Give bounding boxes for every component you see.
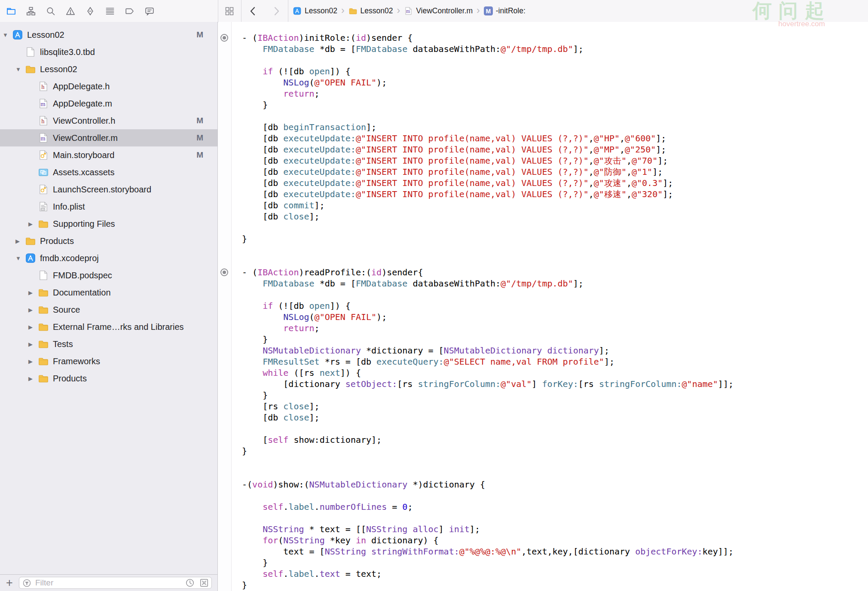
disclosure-triangle-open[interactable]: ▼ xyxy=(3,32,12,38)
code-line: if (![db open]) { xyxy=(242,300,868,311)
forward-button[interactable] xyxy=(271,6,282,17)
code-area[interactable]: - (IBAction)initRole:(id)sender { FMData… xyxy=(232,32,868,591)
sidebar-item-fmdb-podspec[interactable]: FMDB.podspec xyxy=(0,267,217,284)
filter-icon xyxy=(23,579,31,587)
breakpoint-gutter[interactable] xyxy=(218,22,232,591)
code-line: NSLog(@"OPEN FAIL"); xyxy=(242,311,868,323)
sidebar-item-launchscreen-storyboard[interactable]: LaunchScreen.storyboard xyxy=(0,181,217,198)
filter-input[interactable] xyxy=(34,578,180,588)
file-label: Products xyxy=(53,374,87,384)
method-icon: M xyxy=(484,6,493,15)
file-label: LaunchScreen.storyboard xyxy=(53,185,151,195)
breakpoint-marker[interactable] xyxy=(220,34,228,42)
sidebar-item-external-frame-rks-and-libraries[interactable]: ▶External Frame…rks and Libraries xyxy=(0,318,217,335)
code-line: [dictionary setObject:[rs stringForColum… xyxy=(242,378,868,390)
sidebar-item-main-storyboard[interactable]: Main.storyboardM xyxy=(0,146,217,164)
m-icon: m xyxy=(38,132,49,143)
sidebar-item-lesson02[interactable]: ▼Lesson02 xyxy=(0,61,217,78)
breadcrumb-segment[interactable]: mViewController.m xyxy=(404,6,473,15)
file-label: FMDB.podspec xyxy=(53,271,112,280)
breadcrumb-label: Lesson02 xyxy=(305,6,337,15)
sidebar-item-documentation[interactable]: ▶Documentation xyxy=(0,284,217,301)
source-editor[interactable]: - (IBAction)initRole:(id)sender { FMData… xyxy=(218,22,868,591)
sidebar-item-source[interactable]: ▶Source xyxy=(0,301,217,318)
code-line: [db executeUpdate:@"INSERT INTO profile(… xyxy=(242,133,868,144)
sidebar-item-info-plist[interactable]: PLISTInfo.plist xyxy=(0,198,217,215)
code-line xyxy=(242,512,868,524)
navigator-tab-search[interactable] xyxy=(46,6,56,16)
navigator-tab-debug[interactable] xyxy=(105,6,115,16)
file-label: Info.plist xyxy=(53,202,85,212)
sidebar-item-products[interactable]: ▶Products xyxy=(0,232,217,250)
sidebar-item-appdelegate-m[interactable]: mAppDelegate.m xyxy=(0,95,217,112)
code-line: FMDatabase *db = [FMDatabase databaseWit… xyxy=(242,278,868,289)
code-line: text = [NSString stringWithFormat:@"%@%@… xyxy=(242,546,868,557)
breadcrumb-label: ViewController.m xyxy=(416,6,473,15)
disclosure-triangle-closed[interactable]: ▶ xyxy=(15,238,25,244)
code-line: NSString * text = [[NSString alloc] init… xyxy=(242,524,868,535)
recent-files-icon[interactable] xyxy=(185,578,195,588)
disclosure-triangle-closed[interactable]: ▶ xyxy=(28,324,38,330)
file-label: Source xyxy=(53,305,80,315)
code-line: } xyxy=(242,99,868,110)
navigator-tab-breakpoints[interactable] xyxy=(125,6,135,16)
sidebar-item-libsqlite3-0-tbd[interactable]: libsqlite3.0.tbd xyxy=(0,43,217,61)
code-line: if (![db open]) { xyxy=(242,66,868,77)
breadcrumb-label: -initRole: xyxy=(496,6,526,15)
sidebar-item-assets-xcassets[interactable]: Assets.xcassets xyxy=(0,164,217,181)
folder-icon xyxy=(38,304,49,315)
source-control-status-icon[interactable] xyxy=(199,578,209,588)
file-label: ViewController.h xyxy=(53,116,115,126)
back-button[interactable] xyxy=(248,6,259,17)
file-label: External Frame…rks and Libraries xyxy=(53,322,184,332)
disclosure-triangle-closed[interactable]: ▶ xyxy=(28,221,38,227)
code-line: return; xyxy=(242,323,868,334)
file-label: Products xyxy=(40,236,74,246)
breadcrumb-segment[interactable]: Lesson02 xyxy=(348,6,393,15)
file-label: libsqlite3.0.tbd xyxy=(40,47,95,57)
navigator-tab-issues[interactable] xyxy=(65,6,76,16)
disclosure-triangle-open[interactable]: ▼ xyxy=(15,255,25,262)
disclosure-triangle-open[interactable]: ▼ xyxy=(15,66,25,73)
code-line: while ([rs next]) { xyxy=(242,367,868,378)
navigator-tab-tests[interactable] xyxy=(85,6,95,16)
file-label: AppDelegate.h xyxy=(53,82,110,91)
filter-field[interactable] xyxy=(19,577,212,589)
disclosure-triangle-closed[interactable]: ▶ xyxy=(28,341,38,347)
code-line xyxy=(242,423,868,434)
disclosure-triangle-closed[interactable]: ▶ xyxy=(28,358,38,365)
code-line xyxy=(242,457,868,468)
breadcrumb-separator: › xyxy=(397,5,400,16)
code-line: NSMutableDictionary *dictionary = [NSMut… xyxy=(242,345,868,356)
sidebar-item-viewcontroller-h[interactable]: hViewController.hM xyxy=(0,112,217,129)
disclosure-triangle-closed[interactable]: ▶ xyxy=(28,289,38,296)
code-line: } xyxy=(242,390,868,401)
folder-icon xyxy=(38,356,49,367)
svg-text:PLIST: PLIST xyxy=(41,209,45,210)
sidebar-item-supporting-files[interactable]: ▶Supporting Files xyxy=(0,215,217,232)
disclosure-triangle-closed[interactable]: ▶ xyxy=(28,307,38,313)
sidebar-item-fmdb-xcodeproj[interactable]: ▼fmdb.xcodeproj xyxy=(0,250,217,267)
sidebar-item-products[interactable]: ▶Products xyxy=(0,370,217,387)
navigator-tab-symbols[interactable] xyxy=(26,6,36,16)
file-label: Documentation xyxy=(53,288,111,298)
add-button[interactable]: + xyxy=(0,576,19,589)
breadcrumb-segment[interactable]: Lesson02 xyxy=(293,6,337,15)
navigator-tab-reports[interactable] xyxy=(144,6,155,16)
navigator-tab-project-selected[interactable] xyxy=(6,6,16,16)
sidebar-item-viewcontroller-m[interactable]: mViewController.mM xyxy=(0,129,217,146)
folder-icon xyxy=(38,287,49,298)
breakpoint-marker[interactable] xyxy=(220,268,228,276)
sidebar-item-frameworks[interactable]: ▶Frameworks xyxy=(0,353,217,370)
sidebar-item-lesson02[interactable]: ▼Lesson02M xyxy=(0,26,217,43)
disclosure-triangle-closed[interactable]: ▶ xyxy=(28,375,38,382)
sidebar-item-tests[interactable]: ▶Tests xyxy=(0,335,217,353)
related-items-icon[interactable] xyxy=(224,6,235,16)
code-line: } xyxy=(242,579,868,591)
file-icon xyxy=(38,270,49,281)
breadcrumb-segment[interactable]: M-initRole: xyxy=(484,6,526,15)
sidebar-item-appdelegate-h[interactable]: hAppDelegate.h xyxy=(0,78,217,95)
code-line: FMDatabase *db = [FMDatabase databaseWit… xyxy=(242,43,868,55)
code-line xyxy=(242,244,868,256)
code-line xyxy=(242,110,868,122)
